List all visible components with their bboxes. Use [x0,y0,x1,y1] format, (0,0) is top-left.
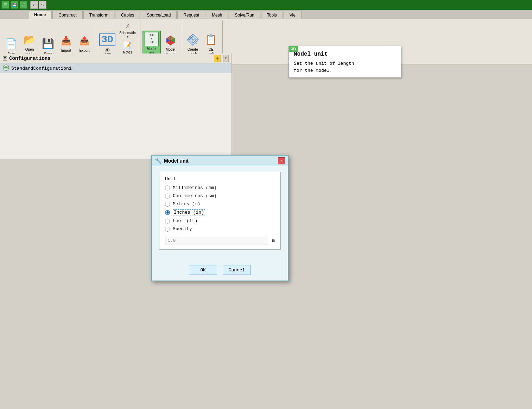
model-unit-dialog: 🔧 Model unit ✕ Unit Millimetres (mm) Cen… [151,155,289,281]
ok-button[interactable]: OK [189,265,217,275]
radio-label-cm: Centimetres (cm) [173,193,217,199]
modal-overlay: 🔧 Model unit ✕ Unit Millimetres (mm) Cen… [0,0,532,409]
radio-label-in: Inches (in) [173,209,205,215]
cancel-button[interactable]: Cancel [223,265,251,275]
radio-label-mm: Millimetres (mm) [173,185,217,190]
radio-mm[interactable] [165,185,170,190]
radio-specify[interactable] [165,227,170,232]
dialog-title: Model unit [164,158,276,164]
radio-option-mm[interactable]: Millimetres (mm) [165,185,275,190]
radio-option-ft[interactable]: Feet (ft) [165,218,275,224]
radio-option-cm[interactable]: Centimetres (cm) [165,193,275,199]
value-unit: m [272,238,275,243]
radio-option-m[interactable]: Metres (m) [165,201,275,207]
dialog-close-button[interactable]: ✕ [278,157,285,164]
unit-fieldset: Unit Millimetres (mm) Centimetres (cm) M… [159,172,281,250]
radio-m[interactable] [165,202,170,207]
radio-label-m: Metres (m) [173,201,200,207]
radio-in[interactable] [165,210,170,215]
dialog-footer: OK Cancel [152,261,288,281]
radio-label-ft: Feet (ft) [173,218,197,224]
radio-label-specify: Specify [173,226,192,232]
value-row: m [165,236,275,245]
dialog-titlebar: 🔧 Model unit ✕ [152,156,288,166]
dialog-icon: 🔧 [155,157,162,164]
fieldset-legend: Unit [165,176,275,182]
radio-ft[interactable] [165,219,170,224]
radio-cm[interactable] [165,194,170,199]
radio-option-in[interactable]: Inches (in) [165,209,275,215]
radio-option-specify[interactable]: Specify [165,226,275,232]
value-input[interactable] [165,236,269,245]
dialog-body: Unit Millimetres (mm) Centimetres (cm) M… [152,166,288,261]
